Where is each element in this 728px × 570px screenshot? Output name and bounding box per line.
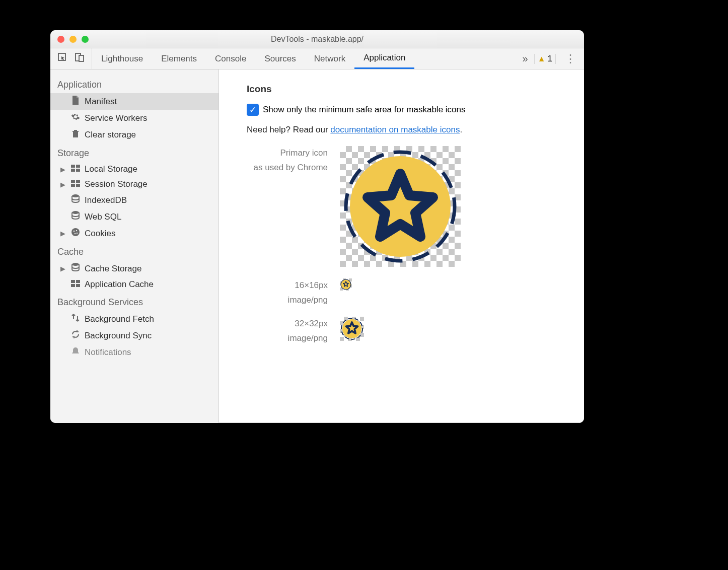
sidebar-item-label: Service Workers [85,113,147,123]
svg-rect-22 [76,284,80,287]
tab-sources[interactable]: Sources [255,48,305,69]
sidebar-item-application-cache[interactable]: ▶ Application Cache [50,277,219,292]
svg-point-14 [74,231,75,232]
icon-16-label: 16×16px image/png [219,278,340,308]
sidebar-item-label: Web SQL [85,212,121,222]
database-icon [70,194,81,206]
sidebar-item-background-sync[interactable]: ▶ Background Sync [50,327,219,344]
sidebar-item-background-fetch[interactable]: ▶ Background Fetch [50,311,219,327]
svg-rect-3 [71,165,75,168]
icon-16-preview [340,278,352,293]
table-icon [70,164,81,174]
database-icon [70,263,81,274]
cookie-icon [70,228,81,239]
tab-lighthouse[interactable]: Lighthouse [92,48,152,69]
svg-rect-19 [71,280,75,283]
primary-icon-label: Primary icon as used by Chrome [219,146,340,175]
sidebar: Application ▶ Manifest ▶ Service Workers… [50,69,219,423]
sidebar-item-label: Cache Storage [85,264,141,274]
sidebar-section-application: Application [50,75,219,93]
sidebar-item-manifest[interactable]: ▶ Manifest [50,93,219,110]
toolbar: Lighthouse Elements Console Sources Netw… [50,48,584,69]
main-panel: Icons ✓ Show only the minimum safe area … [219,69,584,423]
svg-point-12 [72,211,79,214]
star-icon [340,317,364,341]
section-title-icons: Icons [219,84,584,104]
chevron-right-icon: ▶ [60,265,66,272]
gear-icon [70,112,81,124]
file-icon [70,96,81,107]
svg-point-18 [72,263,79,266]
svg-rect-21 [71,284,75,287]
sidebar-item-label: Background Fetch [85,314,154,324]
sidebar-item-label: Local Storage [85,164,137,174]
trash-icon [70,129,81,140]
svg-rect-8 [76,180,80,183]
sidebar-section-cache: Cache [50,242,219,260]
sidebar-item-label: Background Sync [85,331,152,341]
primary-icon-preview [340,146,461,269]
warnings-badge[interactable]: ▲ 1 [534,54,556,64]
svg-rect-2 [79,55,84,61]
bell-icon [70,346,81,358]
svg-rect-5 [71,169,75,172]
svg-point-13 [71,228,80,236]
svg-rect-4 [76,165,80,168]
tab-application[interactable]: Application [354,48,414,69]
sidebar-item-notifications[interactable]: ▶ Notifications [50,344,219,361]
expand-tabs-icon[interactable]: » [523,53,528,64]
sidebar-item-label: IndexedDB [85,195,127,205]
kebab-menu-icon[interactable]: ⋮ [562,52,579,65]
sidebar-item-label: Cookies [85,229,115,239]
svg-point-11 [72,194,79,197]
icon-32-preview [340,317,364,343]
sidebar-section-background: Background Services [50,292,219,311]
warning-icon: ▲ [538,54,546,63]
help-text: Need help? Read our documentation on mas… [219,125,584,146]
devtools-window: DevTools - maskable.app/ Lighthouse Elem… [50,30,584,423]
device-icon[interactable] [75,52,85,65]
sidebar-item-cookies[interactable]: ▶ Cookies [50,225,219,242]
svg-rect-7 [71,180,75,183]
maximize-icon[interactable] [82,36,89,43]
sidebar-item-local-storage[interactable]: ▶ Local Storage [50,162,219,177]
sidebar-item-service-workers[interactable]: ▶ Service Workers [50,110,219,126]
safe-area-checkbox[interactable]: ✓ [247,104,259,116]
maskable-star-icon [340,146,461,267]
svg-rect-20 [76,280,80,283]
sidebar-item-label: Manifest [85,97,117,107]
titlebar: DevTools - maskable.app/ [50,30,584,48]
sidebar-item-session-storage[interactable]: ▶ Session Storage [50,177,219,192]
close-icon[interactable] [57,36,64,43]
sidebar-item-cache-storage[interactable]: ▶ Cache Storage [50,260,219,277]
sidebar-item-websql[interactable]: ▶ Web SQL [50,208,219,225]
table-icon [70,279,81,290]
svg-point-25 [341,279,351,290]
database-icon [70,211,81,223]
svg-point-16 [75,233,76,234]
sidebar-item-label: Application Cache [85,279,154,290]
chevron-right-icon: ▶ [60,230,66,237]
sidebar-item-indexeddb[interactable]: ▶ IndexedDB [50,192,219,208]
icon-32-label: 32×32px image/png [219,317,340,346]
table-icon [70,179,81,189]
warning-count: 1 [548,54,552,64]
svg-rect-6 [76,169,80,172]
minimize-icon[interactable] [69,36,77,43]
traffic-lights [57,36,89,43]
chevron-right-icon: ▶ [60,166,66,173]
checkbox-label: Show only the minimum safe area for mask… [263,105,466,115]
tab-console[interactable]: Console [206,48,255,69]
sidebar-section-storage: Storage [50,143,219,162]
sidebar-item-clear-storage[interactable]: ▶ Clear storage [50,126,219,143]
transfer-icon [70,313,81,325]
svg-point-17 [77,233,78,234]
sidebar-item-label: Notifications [85,347,131,358]
sidebar-item-label: Session Storage [85,179,148,189]
tab-network[interactable]: Network [305,48,354,69]
inspect-icon[interactable] [57,52,67,65]
docs-link[interactable]: documentation on maskable icons [330,125,460,134]
chevron-right-icon: ▶ [60,181,66,188]
tab-elements[interactable]: Elements [152,48,206,69]
svg-point-15 [76,230,77,231]
